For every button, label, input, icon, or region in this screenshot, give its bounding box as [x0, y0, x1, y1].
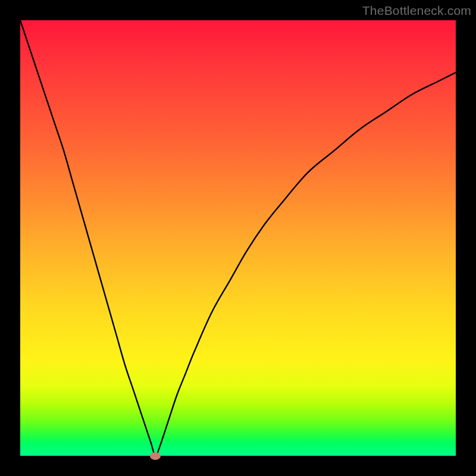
chart-curve-svg: [20, 20, 456, 456]
chart-min-marker: [150, 452, 161, 460]
watermark-label: TheBottleneck.com: [362, 4, 471, 18]
bottleneck-curve: [20, 20, 456, 456]
chart-plot-area: [20, 20, 456, 456]
chart-frame: TheBottleneck.com: [0, 0, 476, 476]
